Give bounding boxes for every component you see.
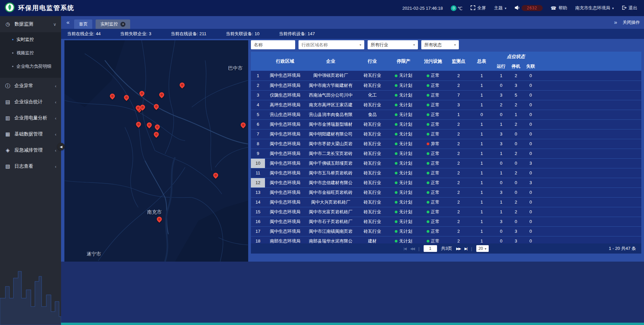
map-city-label: 南充市 (147, 209, 162, 215)
industry-select[interactable]: 所有行业 ▾ (368, 40, 418, 49)
status-dot-icon (395, 123, 397, 126)
tab-realtime-monitor[interactable]: 实时监控 × (96, 19, 130, 29)
sidebar-group-log-view[interactable]: ▧日志查看‹ (0, 158, 61, 174)
cell-run: 1 (494, 168, 508, 178)
cell-run: 0 (494, 110, 508, 119)
page-size-select[interactable]: 20 ▾ (476, 245, 489, 252)
cell-run: 1 (494, 197, 508, 207)
status-dot-icon (395, 74, 397, 77)
tab-home[interactable]: 首页 (74, 19, 92, 29)
logout-button[interactable]: 退出 (622, 5, 637, 11)
cell-industry: 砖瓦行业 (356, 178, 388, 187)
sidebar-item-power-load-detail[interactable]: 企业电力负荷明细 (0, 60, 61, 73)
cell-stop: 3 (508, 80, 523, 90)
sidebar-collapse-button[interactable]: ◀ (57, 143, 65, 150)
col-company: 企业 (305, 52, 356, 71)
table-row[interactable]: 8阆中生态环境局阆中市枣碧大梁山页岩砖瓦行业无计划异常21300 (251, 139, 641, 149)
cell-industry: 砖瓦行业 (356, 197, 388, 207)
next-page-button[interactable]: ▶▶ (456, 247, 461, 251)
cell-meters: 1 (470, 187, 494, 197)
skyline-decoration (0, 251, 61, 325)
table-row[interactable]: 13阆中生态环境局阆中市金福旺页岩机砖砖瓦行业无计划正常21300 (251, 187, 641, 197)
table-row[interactable]: 11阆中生态环境局阆中市五马桥页岩机砖砖瓦行业无计划正常21120 (251, 168, 641, 178)
table-row[interactable]: 18南部生态环境局南部县瑞华水泥有限公建材无计划正常21030 (251, 236, 641, 243)
table-row[interactable]: 16阆中生态环境局阆中市石子页岩机砖厂砖瓦行业无计划正常21300 (251, 217, 641, 226)
cell-industry: 砖瓦行业 (356, 149, 388, 158)
table-row[interactable]: 1阆中生态环境局阆中强锐页岩砖厂砖瓦行业无计划正常21120 (251, 71, 641, 80)
sidebar-group-enterprise-abnormal[interactable]: ⓘ企业异常‹ (0, 78, 61, 94)
info-icon: ⓘ (5, 83, 11, 89)
cell-region: 阆中生态环境局 (265, 119, 305, 129)
table-row[interactable]: 10阆中生态环境局阆中千佛镇五郎垭页岩砖瓦行业无计划正常21003 (251, 158, 641, 168)
table-row[interactable]: 14阆中生态环境局阆中大兴页岩机砖厂砖瓦行业无计划正常21120 (251, 197, 641, 207)
sidebar-group-data-monitoring[interactable]: ◷数据监测∨ (0, 16, 61, 32)
chart-icon: ▥ (5, 115, 11, 121)
cell-facility-status: 正常 (419, 187, 447, 197)
cell-index: 10 (251, 158, 265, 168)
close-tab-icon[interactable]: × (120, 22, 125, 27)
prev-page-button[interactable]: ◀◀ (410, 247, 414, 251)
help-button[interactable]: ☎ 帮助 (551, 5, 567, 11)
table-row[interactable]: 9阆中生态环境局阆中市二龙长宝页岩砖砖瓦行业无计划正常21120 (251, 149, 641, 158)
table-row[interactable]: 5营山生态环境局营山县润丰肉食品有限食品无计划正常10010 (251, 110, 641, 119)
table-row[interactable]: 17阆中生态环境局阆中市江南镇阆南页岩砖瓦行业无计划正常21030 (251, 226, 641, 236)
org-dropdown[interactable]: 南充市生态环境局 ▾ (575, 5, 614, 11)
cell-limit-status: 无计划 (388, 129, 419, 139)
theme-dropdown[interactable]: 主题 ▾ (494, 5, 506, 11)
status-select[interactable]: 所有状态 ▾ (421, 40, 459, 49)
table-row[interactable]: 7阆中生态环境局阆中明阳建材有限公司砖瓦行业无计划正常21300 (251, 129, 641, 139)
table-header: 行政区域 企业 行业 停限产 治污设施 监测点 总表 点位状态 (251, 52, 641, 71)
chevron-left-icon: ‹ (55, 116, 56, 121)
chevron-down-icon: ▾ (360, 43, 361, 47)
cell-points: 2 (447, 187, 470, 197)
tabs-scroll-right-button[interactable]: » (613, 19, 619, 26)
status-dot-icon (427, 172, 429, 174)
region-select[interactable]: 行政区域名称 ▾ (299, 40, 364, 49)
sidebar-group-enterprise-statistics[interactable]: ▤企业综合统计‹ (0, 94, 61, 110)
bottom-accent-strip (61, 323, 644, 325)
sidebar-menu: ◷数据监测∨实时监控视频监控企业电力负荷明细ⓘ企业异常‹▤企业综合统计‹▥企业用… (0, 16, 61, 174)
alarm-indicator[interactable]: 2632 (515, 5, 543, 11)
cell-run: 0 (494, 226, 508, 236)
status-dot-icon (427, 201, 429, 204)
tabs-scroll-left-button[interactable]: « (65, 19, 71, 26)
sidebar-item-video-monitor[interactable]: 视频监控 (0, 46, 61, 60)
gauge-icon: ◷ (5, 21, 11, 27)
status-dot-icon (427, 211, 429, 213)
cell-meters: 1 (470, 71, 494, 80)
cell-points: 2 (447, 71, 470, 80)
cell-lost: 0 (523, 217, 538, 226)
table-row[interactable]: 4高坪生态环境局南充市高坪区王家店建砖瓦行业无计划正常31220 (251, 100, 641, 110)
cell-facility-status: 正常 (419, 158, 447, 168)
fullscreen-button[interactable]: 全屏 (471, 5, 486, 11)
status-dot-icon (395, 211, 397, 213)
last-page-button[interactable]: ▶| (465, 247, 467, 251)
cell-run: 1 (494, 71, 508, 80)
chevron-left-icon: ‹ (55, 132, 56, 137)
sidebar-item-realtime-monitor[interactable]: 实时监控 (0, 33, 61, 46)
table-row[interactable]: 15阆中生态环境局阆中市光富页岩机砖厂砖瓦行业无计划正常21120 (251, 207, 641, 217)
cell-limit-status: 无计划 (388, 217, 419, 226)
name-search-input[interactable] (251, 40, 295, 49)
cell-facility-status: 正常 (419, 197, 447, 207)
page-number-input[interactable] (424, 245, 437, 252)
cell-limit-status: 无计划 (388, 178, 419, 187)
map-canvas[interactable]: 巴中市南充市遂宁市 (64, 40, 248, 262)
status-dot-icon (395, 84, 397, 87)
sidebar-group-emergency-management[interactable]: ◈应急减排管理‹ (0, 142, 61, 158)
sidebar-group-power-analysis[interactable]: ▥企业用电量分析‹ (0, 110, 61, 126)
sidebar-group-base-data[interactable]: ▦基础数据管理‹ (0, 126, 61, 142)
table-row[interactable]: 2阆中生态环境局阆中市南方节能建材有砖瓦行业无计划正常21030 (251, 80, 641, 90)
table-row[interactable]: 12阆中生态环境局阆中市忠信建材有限公砖瓦行业无计划正常21003 (251, 178, 641, 187)
cell-region: 阆中生态环境局 (265, 207, 305, 217)
close-operations-button[interactable]: » 关闭操作 (613, 19, 640, 26)
app-logo-icon (5, 2, 15, 14)
table-row[interactable]: 3仪陇生态环境局西南油气田分公司川中化工无计划正常71350 (251, 90, 641, 100)
chevron-left-icon: ‹ (55, 148, 56, 153)
cell-run: 0 (494, 80, 508, 90)
col-index (251, 52, 265, 71)
table-row[interactable]: 6阆中生态环境局阆中市金博瑞新型墙材砖瓦行业无计划正常21120 (251, 119, 641, 129)
first-page-button[interactable]: |◀ (404, 247, 406, 251)
cell-facility-status: 正常 (419, 178, 447, 187)
cell-limit-status: 无计划 (388, 168, 419, 178)
